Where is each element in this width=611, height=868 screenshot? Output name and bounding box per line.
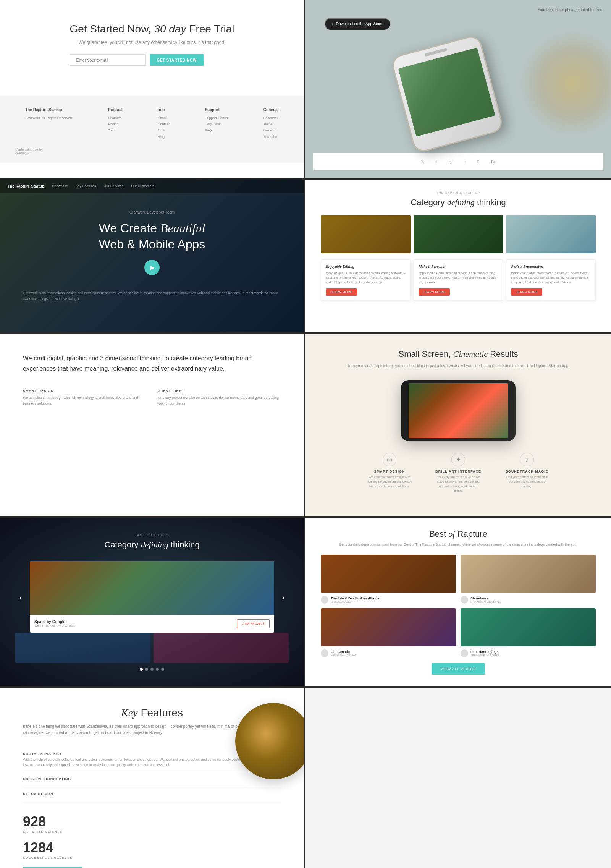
panel-projects-dark: LAST PROJECTS Category defining thinking… — [0, 518, 306, 687]
nav-link-customers[interactable]: Our Customers — [131, 184, 154, 188]
soundtrack-magic-icon: ♪ — [520, 453, 534, 466]
feat-title: CREATIVE CONCEPTING — [23, 777, 281, 781]
card-info: Space by Google WEBSITE, iOS APPLICATION — [34, 620, 76, 627]
photo-food — [321, 215, 411, 253]
footer-link[interactable]: Support Center — [205, 115, 228, 121]
dot-3[interactable] — [150, 668, 154, 671]
section-headline: Category defining thinking — [104, 540, 199, 550]
cta-button[interactable]: GET STARTED NOW — [150, 54, 204, 66]
carousel-prev[interactable]: ‹ — [15, 588, 26, 606]
stat-clients: 928 SATISFIED CLIENTS — [23, 814, 281, 834]
learn-more-btn-3[interactable]: LEARN MORE — [511, 288, 542, 296]
footer-link[interactable]: Twitter — [263, 121, 279, 127]
col-smart-design: SMART DESIGN We combine smart design wit… — [23, 389, 141, 406]
avatar-2 — [461, 596, 468, 604]
dot-5[interactable] — [161, 668, 164, 671]
video-meta-4: Important Things JENNIFER HIGGINS — [461, 649, 596, 657]
footer-link[interactable]: Contact — [158, 121, 170, 127]
video-info-2: Shorelines SHANNON GERMINE — [470, 596, 501, 604]
feat-title: SMART DESIGN — [367, 470, 412, 473]
carousel-next[interactable]: › — [278, 588, 289, 606]
main-text: We craft digital, graphic and 3 dimensio… — [23, 353, 281, 374]
social-links: 𝕏 f g+ t P Be — [313, 153, 603, 170]
footer-brand: Made with love by craftwork — [8, 147, 296, 155]
card-desc: Make gorgeous HD videos with powerful ed… — [326, 271, 406, 285]
apple-icon:  — [332, 22, 334, 26]
subtitle: We guarantee, you will not use any other… — [70, 40, 234, 45]
footer-columns: The Rapture Startup Craftwork. All Right… — [8, 108, 296, 140]
footer-col-heading: Connect — [263, 108, 279, 112]
video-author: JENNIFER HIGGINS — [470, 654, 499, 657]
feat-creative-concepting: CREATIVE CONCEPTING — [23, 772, 281, 787]
behance-icon[interactable]: Be — [491, 159, 496, 164]
tumblr-icon[interactable]: t — [464, 159, 466, 164]
footer-link[interactable]: Tour — [108, 127, 123, 133]
feat-title: SOUNDTRACK MAGIC — [504, 470, 550, 473]
footer-link[interactable]: Blog — [158, 134, 170, 140]
footer-link[interactable]: About — [158, 115, 170, 121]
pinterest-icon[interactable]: P — [477, 159, 480, 164]
footer-col-support: Support Support Center Help Desk FAQ — [205, 108, 228, 140]
video-thumb-1 — [321, 555, 456, 593]
two-columns: SMART DESIGN We combine smart design wit… — [23, 389, 281, 406]
video-grid: The Life & Death of an iPhone BRIGGS DOL… — [321, 555, 596, 657]
video-author: SHANNON GERMINE — [470, 600, 501, 604]
dot-1[interactable] — [140, 668, 143, 671]
learn-more-btn-2[interactable]: LEARN MORE — [419, 288, 450, 296]
panel-category-thinking: THE RAPTURE STARTUP Category defining th… — [306, 180, 611, 332]
view-all-videos-btn[interactable]: VIEW ALL VIDEOS — [432, 663, 485, 675]
video-info-4: Important Things JENNIFER HIGGINS — [470, 650, 499, 657]
subtitle: Get your daily dose of inspiration from … — [321, 542, 596, 547]
footer-link[interactable]: YouTube — [263, 134, 279, 140]
panel-key-features: Key Features If there's one thing we ass… — [0, 688, 306, 868]
footer-link[interactable]: Jobs — [158, 127, 170, 133]
col-text: For every project we take on we strive t… — [156, 395, 281, 406]
app-store-label: Download on the App Store — [336, 22, 383, 26]
app-store-button[interactable]:  Download on the App Store — [325, 18, 390, 30]
feat-title: UI / UX DESIGN — [23, 792, 281, 796]
logo: craftwork — [15, 151, 296, 155]
video-info-3: Oh, Canada MELISSA LAPMAN — [331, 650, 357, 657]
video-item-2: Shorelines SHANNON GERMINE — [461, 555, 596, 604]
col-title: SMART DESIGN — [23, 389, 141, 393]
avatar-1 — [321, 596, 328, 604]
footer-col-heading: Product — [108, 108, 123, 112]
video-title: Oh, Canada — [331, 650, 357, 654]
footer-link[interactable]: LinkedIn — [263, 127, 279, 133]
email-input[interactable] — [70, 54, 146, 66]
footer-link[interactable]: Features — [108, 115, 123, 121]
footer-link[interactable]: FAQ — [205, 127, 228, 133]
stat-label: SATISFIED CLIENTS — [23, 830, 281, 834]
dot-2[interactable] — [145, 668, 148, 671]
side-card-1 — [15, 633, 150, 663]
facebook-icon[interactable]: f — [436, 159, 437, 164]
view-project-btn[interactable]: VIEW PROJECT — [237, 619, 270, 628]
features-row: ◎ SMART DESIGN We combine smart design w… — [328, 453, 588, 493]
footer-link[interactable]: Pricing — [108, 121, 123, 127]
iphone-screen — [398, 47, 495, 136]
avatar-3 — [321, 649, 328, 657]
nav-link-features[interactable]: Key Features — [76, 184, 96, 188]
dot-4[interactable] — [156, 668, 159, 671]
google-plus-icon[interactable]: g+ — [449, 159, 453, 164]
play-button[interactable] — [144, 260, 160, 275]
feat-ui-ux-design: UI / UX DESIGN — [23, 787, 281, 802]
carousel-dots — [140, 668, 164, 671]
footer-link[interactable]: Help Desk — [205, 121, 228, 127]
feature-cards: Enjoyable Editing Make gorgeous HD video… — [321, 259, 596, 301]
nav-link-services[interactable]: Our Services — [103, 184, 123, 188]
email-form: GET STARTED NOW — [70, 54, 234, 66]
video-title: Shorelines — [470, 596, 501, 600]
footer-link[interactable]: Facebook — [263, 115, 279, 121]
stats-row: 928 SATISFIED CLIENTS 1284 SUCCESSFUL PR… — [23, 814, 281, 860]
feature-card-1: Enjoyable Editing Make gorgeous HD video… — [321, 259, 411, 301]
card-desc: When your mobile masterpiece is complete… — [511, 271, 591, 285]
learn-more-btn-1[interactable]: LEARN MORE — [326, 288, 357, 296]
twitter-icon[interactable]: 𝕏 — [421, 159, 424, 164]
small-label: Craftwork Developer Team — [23, 210, 281, 214]
card-title: Make it Personal — [419, 264, 498, 269]
section-headline: Best of Rapture — [321, 529, 596, 539]
section-headline: Category defining thinking — [321, 198, 596, 207]
nav-link-showcase[interactable]: Showcase — [52, 184, 68, 188]
iphone-mockup — [313, 37, 603, 144]
